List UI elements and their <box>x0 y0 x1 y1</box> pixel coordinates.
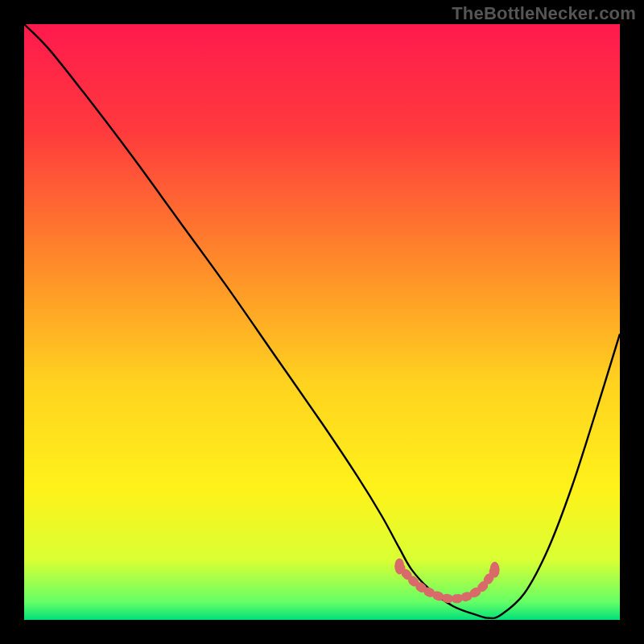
chart-background <box>24 24 620 620</box>
chart-svg <box>24 24 620 620</box>
plot-area <box>24 24 620 620</box>
chart-frame: TheBottleNecker.com <box>0 0 644 644</box>
watermark-text: TheBottleNecker.com <box>452 3 636 24</box>
